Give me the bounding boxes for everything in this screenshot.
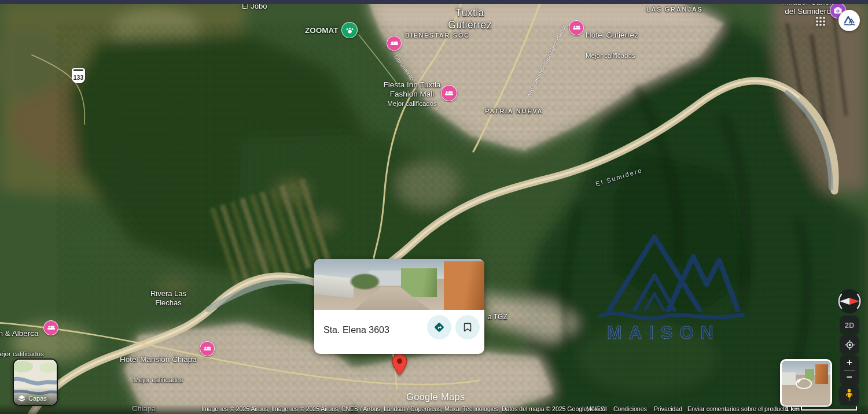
place-title: Sta. Elena 3603 xyxy=(323,325,389,335)
pegman-icon xyxy=(845,389,854,402)
link-condiciones[interactable]: Condiciones xyxy=(613,405,647,412)
sv-orange-house xyxy=(815,364,828,384)
link-mexico[interactable]: México xyxy=(586,405,605,412)
place-card-body: Sta. Elena 3603 xyxy=(314,310,484,354)
avatar-logo-icon xyxy=(843,14,856,28)
account-avatar[interactable] xyxy=(838,10,860,31)
place-card: Sta. Elena 3603 xyxy=(314,259,484,354)
hotel-pin-alberca[interactable] xyxy=(43,320,58,335)
bookmark-icon xyxy=(462,321,473,333)
my-location-button[interactable] xyxy=(840,335,859,354)
layers-icon xyxy=(18,395,25,402)
scale-bar xyxy=(801,406,857,411)
map-label-hotel-mansion-chiapa[interactable]: Hotel Mansión Chiapa Mejor calificados xyxy=(120,343,197,395)
hotel-pin-mansion-chiapa[interactable] xyxy=(200,341,215,356)
pegman-button[interactable] xyxy=(839,385,859,405)
poi-subtitle: Mejor calificados xyxy=(0,350,44,358)
link-enviar-comentarios[interactable]: Enviar comentarios sobre el producto xyxy=(687,405,788,412)
bed-icon xyxy=(391,40,398,46)
map-label-hotel-gutierrez[interactable]: Hotel Gutiérrez Mejor calificados xyxy=(586,19,638,71)
poi-subtitle: Mejor calificados xyxy=(586,51,638,60)
imagery-attribution: Imágenes © 2025 Airbus, Imágenes © 2025 … xyxy=(201,405,607,412)
photo-trees xyxy=(349,273,381,290)
scale-label: 1 km xyxy=(785,405,800,412)
top-edge-bar xyxy=(0,0,868,4)
poi-subtitle: Mejor calificados xyxy=(120,376,197,384)
google-maps-logo: Google Maps xyxy=(406,391,465,402)
my-location-icon xyxy=(844,339,855,350)
directions-diamond-icon xyxy=(433,321,446,334)
save-bookmark-button[interactable] xyxy=(455,315,480,339)
bed-icon xyxy=(573,25,580,31)
google-maps-satellite-view: MAISON El Jobo ZOOMAT Tuxtla Gutiérrez B… xyxy=(0,0,868,414)
map-label-tuxtla-gutierrez[interactable]: Tuxtla Gutiérrez xyxy=(448,7,492,32)
place-photo[interactable] xyxy=(314,259,484,310)
map-label-zoomat[interactable]: ZOOMAT xyxy=(305,26,339,35)
map-label-a-tgz[interactable]: a TGZ xyxy=(488,313,507,321)
apps-grid-icon[interactable] xyxy=(815,16,826,27)
poi-name: Hotel Gutiérrez xyxy=(586,31,638,40)
hotel-pin-gutierrez[interactable] xyxy=(569,20,584,35)
street-view-preview[interactable] xyxy=(780,359,832,407)
layers-capas-button[interactable]: Capas xyxy=(13,358,58,406)
red-location-pin[interactable] xyxy=(392,353,407,376)
map-label-fiesta-inn[interactable]: Fiesta Inn Tuxtla Fashion Mall xyxy=(383,80,440,99)
paw-icon xyxy=(345,27,354,34)
zoo-paw-pin[interactable] xyxy=(341,22,358,38)
zoom-control: + − xyxy=(840,355,859,385)
poi-name: Hotel Mansión Chiapa xyxy=(120,355,197,364)
2d-toggle-button[interactable]: 2D xyxy=(840,316,859,334)
map-label-patria-nueva[interactable]: PATRIA NUEVA xyxy=(485,108,543,115)
hotel-pin-bienestar[interactable] xyxy=(387,36,402,51)
poi-name: ón & Alberca xyxy=(0,329,44,338)
compass-icon xyxy=(836,287,863,315)
bed-icon xyxy=(47,325,55,331)
compass-control[interactable] xyxy=(836,287,863,315)
highway-number: 133 xyxy=(73,74,84,83)
zoom-out-button[interactable]: − xyxy=(840,371,859,386)
zoom-in-button[interactable]: + xyxy=(840,355,859,370)
photo-orange-house xyxy=(444,261,484,310)
bed-icon xyxy=(204,346,211,352)
map-label-rivera-las-flechas[interactable]: Rivera Las Flechas xyxy=(150,289,186,308)
photo-white-wall xyxy=(314,274,354,298)
hotel-pin-fiesta-inn[interactable] xyxy=(441,85,457,101)
map-label-bienestar-soc[interactable]: BIENESTAR SOC xyxy=(405,32,470,39)
directions-button[interactable] xyxy=(427,315,451,339)
map-label-fiesta-inn-sub: Mejor calificados xyxy=(387,99,437,108)
link-privacidad[interactable]: Privacidad xyxy=(654,405,682,412)
street-view-rotate-icon xyxy=(796,378,812,389)
capas-label: Capas xyxy=(28,395,47,402)
highway-shield-133: 133 xyxy=(72,68,85,83)
map-label-las-granjas[interactable]: LAS GRANJAS xyxy=(646,6,703,13)
bed-icon xyxy=(445,90,453,97)
